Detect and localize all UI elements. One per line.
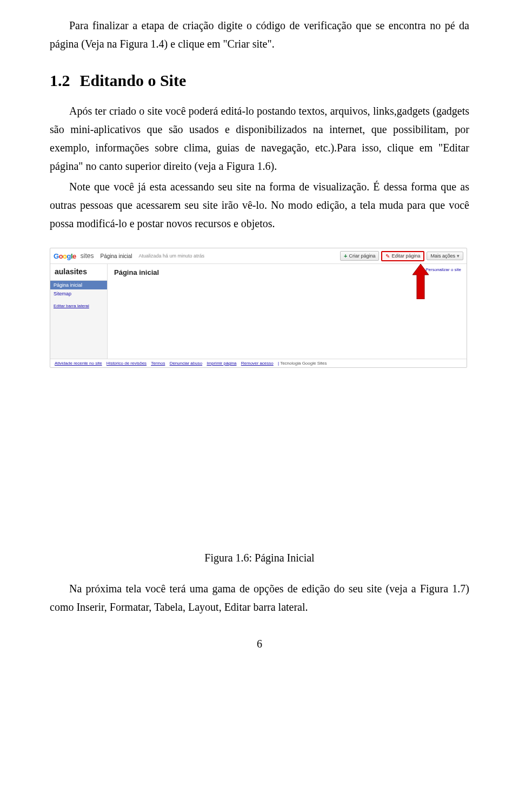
google-sites-screenshot: Google sites Página inicial Atualizada h…: [50, 248, 467, 368]
more-actions-label: Mais ações: [430, 253, 455, 259]
section-number: 1.2: [50, 71, 70, 89]
sidebar-item-sitemap[interactable]: Sitemap: [50, 289, 107, 298]
red-arrow-annotation: [412, 264, 429, 299]
figure-caption: Figura 1.6: Página Inicial: [50, 552, 469, 564]
section-title: Editando o Site: [80, 71, 187, 89]
footer-remove[interactable]: Remover acesso: [241, 361, 274, 366]
footer-activity[interactable]: Atividade recente no site: [55, 361, 102, 366]
paragraph-intro: Para finalizar a etapa de criação digite…: [50, 16, 469, 53]
sidebar-item-home[interactable]: Página inicial: [50, 281, 107, 289]
create-page-button[interactable]: + Criar página: [340, 251, 379, 261]
personalize-link[interactable]: Personalizar o site: [425, 267, 461, 272]
paragraph-p3: Note que você já esta acessando seu site…: [50, 177, 469, 233]
more-actions-button[interactable]: Mais ações: [427, 252, 463, 260]
svg-marker-0: [412, 264, 429, 299]
sidebar: aulasites Página inicial Sitemap Editar …: [50, 264, 108, 359]
figure-screenshot: Google sites Página inicial Atualizada h…: [50, 248, 469, 368]
updated-label: Atualizada há um minuto atrás: [138, 253, 204, 259]
paragraph-p2: Após ter criado o site você poderá editá…: [50, 102, 469, 175]
footer-terms[interactable]: Termos: [151, 361, 165, 366]
main-content: Página inicial Personalizar o site: [108, 264, 467, 359]
site-title: aulasites: [50, 264, 107, 281]
footer-report[interactable]: Denunciar abuso: [170, 361, 202, 366]
plus-icon: +: [344, 253, 347, 259]
section-heading: 1.2Editando o Site: [50, 71, 469, 90]
paragraph-p4: Na próxima tela você terá uma gama de op…: [50, 579, 469, 616]
page-title: Página inicial: [114, 268, 460, 276]
breadcrumb-page: Página inicial: [101, 253, 132, 259]
topbar: Google sites Página inicial Atualizada h…: [50, 248, 467, 264]
footer-history[interactable]: Histórico de revisões: [107, 361, 147, 366]
document-page: Para finalizar a etapa de criação digite…: [0, 0, 519, 672]
footer-tech: Tecnologia Google Sites: [280, 361, 327, 366]
footer-print[interactable]: Imprimir página: [207, 361, 236, 366]
create-page-label: Criar página: [349, 253, 375, 259]
sites-label: sites: [81, 252, 94, 260]
edit-page-button[interactable]: ✎ Editar página: [381, 251, 424, 261]
page-number: 6: [50, 638, 469, 650]
pencil-icon: ✎: [385, 253, 390, 259]
edit-page-label: Editar página: [391, 253, 420, 259]
screenshot-body: aulasites Página inicial Sitemap Editar …: [50, 264, 467, 359]
screenshot-footer: Atividade recente no site Histórico de r…: [50, 359, 467, 367]
sidebar-edit-link[interactable]: Editar barra lateral: [50, 301, 107, 311]
topbar-right: + Criar página ✎ Editar página Mais açõe…: [340, 251, 463, 261]
google-logo: Google: [54, 252, 76, 260]
